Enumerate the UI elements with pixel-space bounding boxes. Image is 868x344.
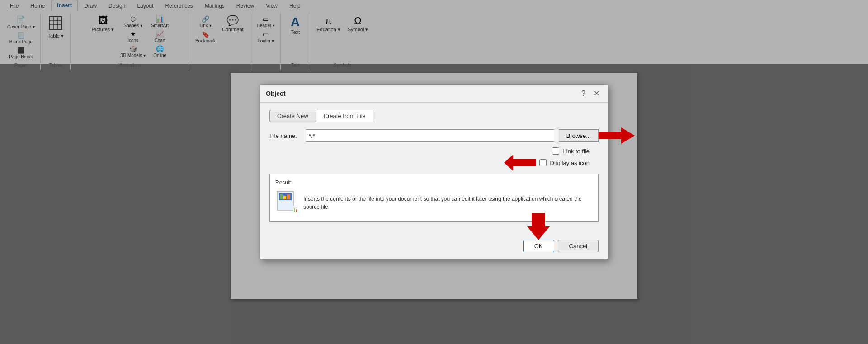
result-title: Result bbox=[275, 179, 593, 186]
link-to-file-row: Link to file bbox=[552, 147, 590, 155]
dialog-tabs: Create New Create from File bbox=[269, 110, 599, 122]
svg-rect-11 bbox=[287, 194, 290, 199]
svg-rect-9 bbox=[280, 194, 283, 199]
svg-marker-6 bbox=[504, 155, 536, 171]
modal-overlay: Object ? ✕ Create New Create from File F… bbox=[0, 0, 868, 344]
dialog-help-button[interactable]: ? bbox=[579, 89, 588, 99]
svg-text:📊: 📊 bbox=[292, 205, 298, 212]
svg-marker-13 bbox=[527, 213, 550, 240]
tab-create-from-file[interactable]: Create from File bbox=[316, 110, 373, 122]
browse-wrapper: Browse... bbox=[559, 129, 599, 142]
dialog-title-actions: ? ✕ bbox=[579, 88, 602, 99]
arrow-browse-right bbox=[599, 127, 635, 144]
result-text: Inserts the contents of the file into yo… bbox=[303, 195, 593, 211]
link-to-file-checkbox[interactable] bbox=[552, 147, 559, 155]
svg-marker-5 bbox=[599, 127, 635, 144]
arrow-ok-down bbox=[527, 213, 550, 240]
tab-create-new[interactable]: Create New bbox=[269, 110, 316, 122]
file-name-row: File name: Browse... bbox=[269, 129, 599, 142]
link-to-file-label: Link to file bbox=[563, 148, 590, 155]
dialog-footer: OK Cancel bbox=[260, 236, 608, 259]
display-as-icon-label: Display as icon bbox=[550, 160, 590, 166]
file-name-input[interactable] bbox=[306, 129, 554, 142]
checkboxes-area: Link to file Display as icon bbox=[269, 147, 599, 166]
object-dialog: Object ? ✕ Create New Create from File F… bbox=[260, 84, 608, 260]
dialog-body: Create New Create from File File name: B… bbox=[260, 103, 608, 236]
dialog-close-button[interactable]: ✕ bbox=[591, 88, 602, 99]
display-as-icon-checkbox[interactable] bbox=[539, 159, 547, 166]
result-content: 📊 Inserts the contents of the file into … bbox=[275, 189, 593, 216]
ok-button-wrapper: OK bbox=[523, 240, 554, 252]
display-as-icon-row: Display as icon bbox=[539, 159, 590, 166]
ok-button[interactable]: OK bbox=[523, 240, 554, 252]
result-icon: 📊 bbox=[275, 189, 298, 216]
arrow-checkbox-left bbox=[504, 155, 536, 171]
dialog-title: Object bbox=[266, 90, 286, 97]
svg-rect-10 bbox=[283, 196, 286, 199]
file-name-label: File name: bbox=[269, 132, 301, 139]
cancel-button[interactable]: Cancel bbox=[558, 240, 599, 252]
browse-button[interactable]: Browse... bbox=[559, 129, 599, 142]
dialog-title-bar: Object ? ✕ bbox=[260, 85, 608, 103]
